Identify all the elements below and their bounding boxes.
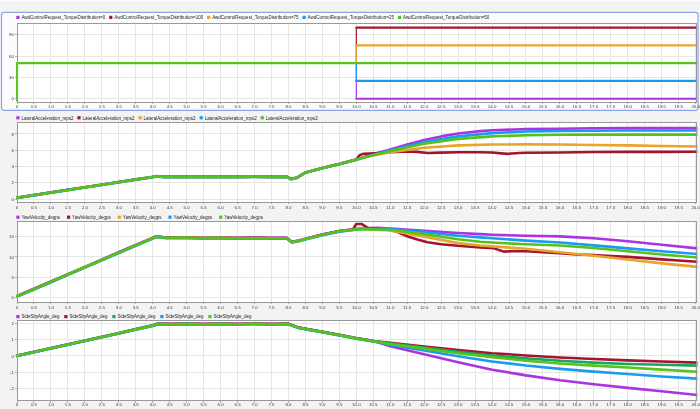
svg-text:7.5: 7.5	[268, 205, 275, 210]
svg-text:5.5: 5.5	[201, 305, 208, 310]
svg-text:4.0: 4.0	[150, 402, 157, 407]
svg-text:2.5: 2.5	[99, 402, 106, 407]
svg-text:5.0: 5.0	[184, 305, 191, 310]
svg-text:19.0: 19.0	[657, 104, 666, 109]
svg-text:12.0: 12.0	[420, 402, 429, 407]
svg-text:8.5: 8.5	[302, 402, 309, 407]
svg-text:10.0: 10.0	[352, 104, 361, 109]
svg-text:LateralAcceleration_mps2: LateralAcceleration_mps2	[144, 116, 197, 121]
svg-text:AwdControlRequest_TorqueDistri: AwdControlRequest_TorqueDistribution=25	[308, 15, 395, 20]
svg-text:15.5: 15.5	[539, 104, 548, 109]
svg-text:LateralAcceleration_mps2: LateralAcceleration_mps2	[83, 116, 136, 121]
svg-text:8.5: 8.5	[302, 205, 309, 210]
svg-text:5.5: 5.5	[201, 402, 208, 407]
svg-text:SideSlipAngle_deg: SideSlipAngle_deg	[213, 314, 252, 319]
svg-text:11.0: 11.0	[386, 104, 395, 109]
svg-text:16.0: 16.0	[556, 205, 565, 210]
svg-text:AwdControlRequest_TorqueDistri: AwdControlRequest_TorqueDistribution=0	[21, 15, 105, 20]
svg-text:5.0: 5.0	[184, 205, 191, 210]
svg-text:1.0: 1.0	[48, 104, 55, 109]
svg-text:2.0: 2.0	[82, 104, 89, 109]
svg-text:17.5: 17.5	[607, 402, 616, 407]
svg-text:5.0: 5.0	[184, 104, 191, 109]
svg-text:10.5: 10.5	[369, 205, 378, 210]
svg-text:1.0: 1.0	[48, 402, 55, 407]
svg-text:3.5: 3.5	[133, 305, 140, 310]
svg-text:13.0: 13.0	[454, 205, 463, 210]
svg-text:12.0: 12.0	[420, 205, 429, 210]
svg-text:7.0: 7.0	[251, 402, 258, 407]
svg-text:15: 15	[9, 234, 14, 239]
svg-text:1.5: 1.5	[65, 402, 72, 407]
svg-text:17.5: 17.5	[607, 305, 616, 310]
svg-text:13.5: 13.5	[471, 305, 480, 310]
svg-text:3.5: 3.5	[133, 104, 140, 109]
svg-text:0.5: 0.5	[31, 402, 38, 407]
svg-text:1.5: 1.5	[65, 205, 72, 210]
svg-text:17.0: 17.0	[590, 305, 599, 310]
svg-text:11.5: 11.5	[403, 205, 412, 210]
svg-text:SideSlipAngle_deg: SideSlipAngle_deg	[21, 314, 60, 319]
svg-text:19.5: 19.5	[674, 402, 683, 407]
svg-text:3.0: 3.0	[116, 402, 123, 407]
svg-text:0.5: 0.5	[31, 205, 38, 210]
svg-text:1.5: 1.5	[65, 305, 72, 310]
svg-text:5.5: 5.5	[201, 205, 208, 210]
svg-text:15.0: 15.0	[522, 305, 531, 310]
svg-text:14.0: 14.0	[488, 402, 497, 407]
svg-text:4.5: 4.5	[167, 205, 174, 210]
svg-text:11.0: 11.0	[386, 402, 395, 407]
svg-text:13.5: 13.5	[471, 104, 480, 109]
svg-text:14.5: 14.5	[505, 305, 514, 310]
svg-text:8.0: 8.0	[285, 205, 292, 210]
svg-text:13.5: 13.5	[471, 205, 480, 210]
svg-text:5.0: 5.0	[184, 402, 191, 407]
svg-text:17.0: 17.0	[590, 402, 599, 407]
svg-text:14.0: 14.0	[488, 104, 497, 109]
svg-text:9.5: 9.5	[336, 402, 343, 407]
svg-text:YawVelocity_degps: YawVelocity_degps	[72, 215, 111, 220]
svg-text:YawVelocity_degps: YawVelocity_degps	[21, 215, 60, 220]
svg-text:9.0: 9.0	[319, 104, 326, 109]
svg-text:4.0: 4.0	[150, 305, 157, 310]
svg-text:3.5: 3.5	[133, 402, 140, 407]
svg-text:7.5: 7.5	[268, 305, 275, 310]
svg-text:6.5: 6.5	[235, 205, 242, 210]
svg-text:15.0: 15.0	[522, 104, 531, 109]
svg-text:9.0: 9.0	[319, 305, 326, 310]
svg-text:LateralAcceleration_mps2: LateralAcceleration_mps2	[21, 116, 74, 121]
svg-text:AwdControlRequest_TorqueDistri: AwdControlRequest_TorqueDistribution=75	[212, 15, 299, 20]
svg-text:8.0: 8.0	[285, 305, 292, 310]
svg-text:12.0: 12.0	[420, 305, 429, 310]
svg-text:16.0: 16.0	[556, 402, 565, 407]
svg-text:6.0: 6.0	[218, 104, 225, 109]
svg-text:14.5: 14.5	[505, 205, 514, 210]
svg-text:18.0: 18.0	[624, 402, 633, 407]
svg-text:9.0: 9.0	[319, 402, 326, 407]
svg-text:7.5: 7.5	[268, 402, 275, 407]
svg-text:LateralAcceleration_mps2: LateralAcceleration_mps2	[266, 116, 319, 121]
svg-text:8.5: 8.5	[302, 305, 309, 310]
svg-text:15.5: 15.5	[539, 305, 548, 310]
svg-text:5.5: 5.5	[201, 104, 208, 109]
svg-text:60: 60	[9, 54, 14, 59]
svg-text:10.5: 10.5	[369, 104, 378, 109]
svg-text:10.0: 10.0	[352, 205, 361, 210]
svg-text:16.5: 16.5	[573, 305, 582, 310]
svg-text:20.0: 20.0	[691, 104, 700, 109]
svg-text:6.0: 6.0	[218, 402, 225, 407]
svg-text:15.0: 15.0	[522, 402, 531, 407]
svg-text:7.0: 7.0	[251, 104, 258, 109]
svg-text:SideSlipAngle_deg: SideSlipAngle_deg	[117, 314, 156, 319]
svg-text:9.5: 9.5	[336, 205, 343, 210]
svg-text:11.0: 11.0	[386, 205, 395, 210]
svg-text:15.5: 15.5	[539, 205, 548, 210]
svg-text:19.0: 19.0	[657, 205, 666, 210]
svg-text:SideSlipAngle_deg: SideSlipAngle_deg	[165, 314, 204, 319]
svg-text:16.0: 16.0	[556, 104, 565, 109]
svg-text:14.5: 14.5	[505, 402, 514, 407]
svg-text:1.5: 1.5	[65, 104, 72, 109]
svg-text:2.0: 2.0	[82, 205, 89, 210]
svg-text:13.0: 13.0	[454, 104, 463, 109]
svg-text:11.5: 11.5	[403, 305, 412, 310]
